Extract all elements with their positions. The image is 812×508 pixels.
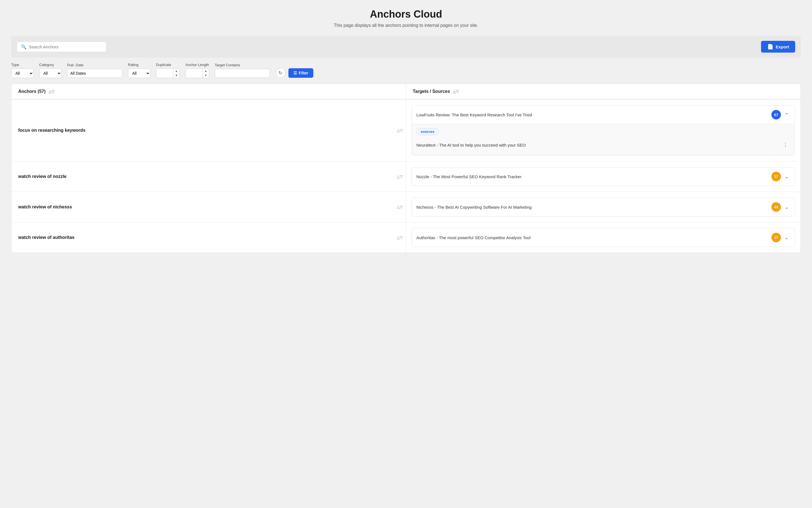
search-wrapper: 🔍 <box>17 42 106 52</box>
duplicate-label: Duplicate <box>156 63 180 67</box>
type-label: Type <box>11 63 34 67</box>
anchor-text: watch review of nozzle <box>18 174 66 179</box>
target-card-row: LowFruits Review: The Best Keyword Resea… <box>412 105 795 124</box>
filter-button[interactable]: ☰ Filter <box>288 68 313 78</box>
duplicate-input[interactable] <box>156 69 173 78</box>
row-sort-icon: △▽ <box>397 128 403 133</box>
row-sort-icon: △▽ <box>397 174 403 179</box>
anchor-cell: watch review of authoritas △▽ <box>11 222 406 253</box>
anchors-column-header: Anchors (57) △▽ <box>11 84 406 99</box>
collapse-button[interactable]: ⌃ <box>783 112 790 118</box>
page-subtitle: This page displays all the anchors point… <box>11 23 801 28</box>
more-options-button[interactable]: ⋮ <box>781 141 790 149</box>
type-select[interactable]: All <box>11 69 34 78</box>
filter-target-contains: Target Contains <box>215 63 270 78</box>
target-card-row: Nozzle - The Most Powerful SEO Keyword R… <box>412 167 795 186</box>
category-label: Category <box>39 63 62 67</box>
filter-icon: ☰ <box>294 71 297 75</box>
anchor-length-down[interactable]: ▼ <box>203 73 209 78</box>
source-row: Neuraltext - The AI tool to help you suc… <box>416 138 790 151</box>
target-card: Nozzle - The Most Powerful SEO Keyword R… <box>412 167 795 186</box>
target-card-row: Nichesss - The Best AI Copywriting Softw… <box>412 198 795 216</box>
targets-cell: Authoritas - The most powerful SEO Compe… <box>406 222 801 253</box>
table-row: watch review of nichesss △▽ Nichesss - T… <box>11 192 801 222</box>
target-badge: 67 <box>771 110 781 120</box>
anchor-length-up[interactable]: ▲ <box>203 69 209 73</box>
targets-cell: LowFruits Review: The Best Keyword Resea… <box>406 99 801 161</box>
filter-actions: ↻ ☰ Filter <box>275 68 313 78</box>
anchor-cell: watch review of nozzle △▽ <box>11 161 406 192</box>
duplicate-up[interactable]: ▲ <box>173 69 180 73</box>
filter-anchor-length: Anchor Length ▲ ▼ <box>185 63 209 78</box>
targets-cell: Nichesss - The Best AI Copywriting Softw… <box>406 192 801 222</box>
filter-pubdate: Pub. Date <box>67 63 122 78</box>
row-sort-icon: △▽ <box>397 235 403 240</box>
anchor-length-spinner: ▲ ▼ <box>185 69 209 78</box>
anchor-cell: watch review of nichesss △▽ <box>11 192 406 222</box>
target-card-row: Authoritas - The most powerful SEO Compe… <box>412 228 795 247</box>
target-card: Nichesss - The Best AI Copywriting Softw… <box>412 198 795 216</box>
toolbar: 🔍 📄 Export <box>11 36 801 58</box>
export-icon: 📄 <box>767 44 773 50</box>
search-input[interactable] <box>29 44 102 49</box>
target-contains-input[interactable] <box>215 69 270 78</box>
category-select[interactable]: All <box>39 69 62 78</box>
target-badge: 49 <box>771 202 781 212</box>
main-table: Anchors (57) △▽ Targets / Sources △▽ foc… <box>11 84 801 253</box>
filter-category: Category All <box>39 63 62 78</box>
pubdate-input[interactable] <box>67 69 122 78</box>
duplicate-down[interactable]: ▼ <box>173 73 180 78</box>
target-title: Nichesss - The Best AI Copywriting Softw… <box>416 205 768 210</box>
pubdate-label: Pub. Date <box>67 63 122 67</box>
targets-column-header: Targets / Sources △▽ <box>406 84 801 99</box>
anchor-text: watch review of authoritas <box>18 235 75 240</box>
export-button[interactable]: 📄 Export <box>761 41 795 53</box>
anchor-cell: focus on researching keywords △▽ <box>11 99 406 161</box>
targets-cell: Nozzle - The Most Powerful SEO Keyword R… <box>406 161 801 192</box>
row-sort-icon: △▽ <box>397 205 403 209</box>
table-header: Anchors (57) △▽ Targets / Sources △▽ <box>11 84 801 99</box>
target-title: Nozzle - The Most Powerful SEO Keyword R… <box>416 174 768 179</box>
table-row: watch review of authoritas △▽ Authoritas… <box>11 222 801 253</box>
target-badge: 37 <box>771 233 781 242</box>
target-title: Authoritas - The most powerful SEO Compe… <box>416 235 768 240</box>
table-row: focus on researching keywords △▽ LowFrui… <box>11 99 801 161</box>
expand-button[interactable]: ⌄ <box>783 204 790 210</box>
target-contains-label: Target Contains <box>215 63 270 67</box>
target-card: LowFruits Review: The Best Keyword Resea… <box>412 105 795 156</box>
rating-select[interactable]: All <box>128 69 150 78</box>
rating-label: Rating <box>128 63 150 67</box>
search-icon: 🔍 <box>21 44 27 49</box>
anchor-text: watch review of nichesss <box>18 205 72 210</box>
target-card: Authoritas - The most powerful SEO Compe… <box>412 228 795 247</box>
duplicate-spinner: ▲ ▼ <box>156 69 180 78</box>
table-row: watch review of nozzle △▽ Nozzle - The M… <box>11 161 801 192</box>
anchor-length-input[interactable] <box>186 69 202 78</box>
filter-duplicate: Duplicate ▲ ▼ <box>156 63 180 78</box>
source-title: Neuraltext - The AI tool to help you suc… <box>416 143 526 147</box>
target-title: LowFruits Review: The Best Keyword Resea… <box>416 113 768 117</box>
reset-button[interactable]: ↻ <box>275 68 285 78</box>
anchors-sort-icon[interactable]: △▽ <box>48 89 54 94</box>
sources-badge[interactable]: sources <box>416 128 439 135</box>
anchor-text: focus on researching keywords <box>18 128 85 133</box>
target-badge: 37 <box>771 172 781 181</box>
targets-sort-icon[interactable]: △▽ <box>453 89 459 94</box>
sources-section: sources Neuraltext - The AI tool to help… <box>412 124 795 155</box>
filter-type: Type All <box>11 63 34 78</box>
page-title: Anchors Cloud <box>11 8 801 20</box>
anchor-length-label: Anchor Length <box>185 63 209 67</box>
filters-row: Type All Category All Pub. Date Rating A… <box>11 63 801 78</box>
filter-rating: Rating All <box>128 63 150 78</box>
expand-button[interactable]: ⌄ <box>783 235 790 241</box>
expand-button[interactable]: ⌄ <box>783 173 790 180</box>
